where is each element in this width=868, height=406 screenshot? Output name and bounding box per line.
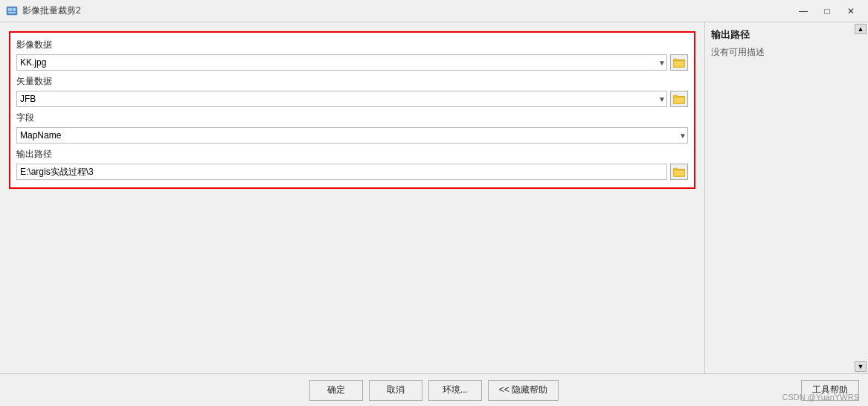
app-icon [6, 5, 18, 17]
scroll-up-button[interactable]: ▲ [855, 24, 867, 34]
footer-center: 确定 取消 环境... << 隐藏帮助 [309, 380, 559, 401]
form-area: 影像数据 KK.jpg ▼ 矢量数据 [9, 31, 695, 189]
image-select[interactable]: KK.jpg [16, 54, 667, 71]
maximize-button[interactable]: □ [816, 4, 838, 19]
output-folder-icon [673, 167, 685, 177]
minimize-button[interactable]: — [792, 4, 814, 19]
env-button[interactable]: 环境... [428, 380, 482, 401]
watermark: CSDN @YuanYWRS [782, 393, 859, 402]
svg-rect-1 [8, 8, 12, 11]
image-select-wrapper: KK.jpg ▼ [16, 54, 667, 71]
vector-input-row: JFB ▼ [16, 91, 688, 107]
svg-rect-2 [13, 8, 16, 11]
svg-rect-3 [8, 12, 16, 13]
image-input-row: KK.jpg ▼ [16, 54, 688, 71]
main-content: 影像数据 KK.jpg ▼ 矢量数据 [0, 22, 868, 373]
output-folder-button[interactable] [670, 164, 688, 180]
vector-folder-button[interactable] [670, 91, 688, 107]
close-button[interactable]: ✕ [840, 4, 862, 19]
title-bar: 影像批量裁剪2 — □ ✕ [0, 0, 868, 22]
vector-folder-icon [673, 94, 685, 104]
right-panel-description: 没有可用描述 [711, 46, 862, 59]
field-select[interactable]: MapName [16, 127, 688, 144]
vector-section-label: 矢量数据 [16, 75, 688, 88]
hide-help-button[interactable]: << 隐藏帮助 [488, 380, 559, 401]
image-folder-button[interactable] [670, 54, 688, 71]
footer-right: 工具帮助 CSDN @YuanYWRS [559, 380, 859, 401]
right-panel: 输出路径 没有可用描述 ▲ ▼ [704, 22, 868, 373]
field-section-label: 字段 [16, 112, 688, 124]
output-input-row [16, 164, 688, 180]
vector-select[interactable]: JFB [16, 91, 667, 107]
title-bar-left: 影像批量裁剪2 [6, 4, 81, 17]
title-bar-controls: — □ ✕ [792, 4, 862, 19]
output-section-label: 输出路径 [16, 148, 688, 161]
right-panel-title: 输出路径 [711, 28, 862, 42]
field-select-wrapper: MapName ▼ [16, 127, 688, 144]
svg-rect-9 [675, 170, 684, 175]
svg-rect-7 [675, 97, 684, 102]
svg-rect-5 [675, 61, 684, 65]
field-input-row: MapName ▼ [16, 127, 688, 144]
confirm-button[interactable]: 确定 [309, 380, 363, 401]
output-input[interactable] [16, 164, 667, 180]
cancel-button[interactable]: 取消 [369, 380, 422, 401]
vector-select-wrapper: JFB ▼ [16, 91, 667, 107]
folder-icon [673, 57, 685, 68]
title-bar-title: 影像批量裁剪2 [22, 4, 81, 17]
scroll-down-button[interactable]: ▼ [855, 361, 867, 372]
footer: 确定 取消 环境... << 隐藏帮助 工具帮助 CSDN @YuanYWRS [0, 373, 868, 406]
image-section-label: 影像数据 [16, 39, 688, 51]
left-panel: 影像数据 KK.jpg ▼ 矢量数据 [0, 22, 704, 373]
